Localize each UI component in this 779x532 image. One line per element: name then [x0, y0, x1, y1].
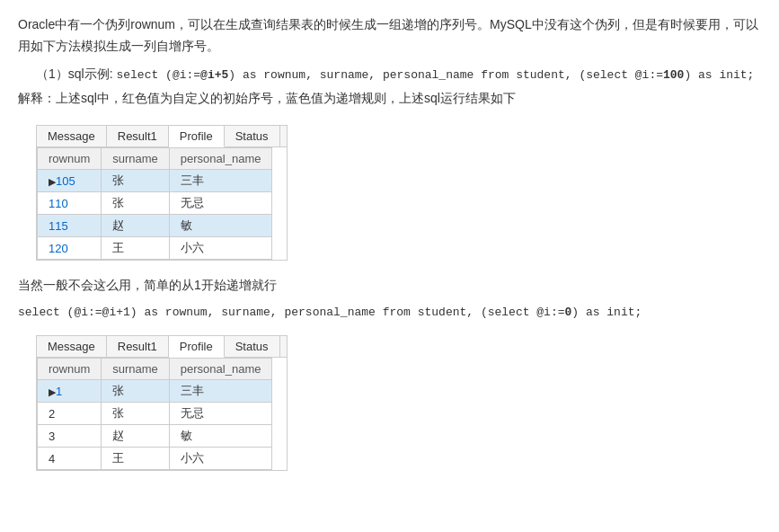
table-row: 4王小六 — [38, 448, 272, 470]
sql1-blue: 100 — [663, 68, 684, 82]
rownum-cell: 120 — [38, 237, 102, 260]
rownum-cell: ▶ 105 — [38, 170, 102, 192]
sql1-after: ) as rownum, surname, personal_name from… — [228, 68, 663, 82]
rownum-cell: 2 — [38, 403, 102, 425]
table-row: 120王小六 — [38, 237, 272, 260]
tab1-profile[interactable]: Profile — [169, 126, 225, 147]
rownum-cell: ▶ 1 — [38, 380, 102, 403]
sql1-red: @i+5 — [200, 68, 228, 82]
surname-cell: 赵 — [102, 215, 170, 237]
personal-name-cell: 敏 — [169, 215, 272, 237]
personal-name-cell: 小六 — [169, 448, 272, 470]
tab-bar-1: Message Result1 Profile Status — [37, 126, 287, 147]
sql1-before: select (@i:= — [116, 68, 200, 82]
sql2-line: select (@i:=@i+1) as rownum, surname, pe… — [18, 306, 761, 319]
rownum-cell: 3 — [38, 425, 102, 448]
row-indicator: ▶ — [49, 386, 56, 398]
personal-name-cell: 三丰 — [169, 170, 272, 192]
tab1-status[interactable]: Status — [225, 126, 280, 146]
table-row: 115赵敏 — [38, 215, 272, 237]
personal-name-cell: 三丰 — [169, 380, 272, 403]
sql1-end: ) as init; — [684, 68, 754, 82]
table1-container: Message Result1 Profile Status rownum su… — [36, 125, 288, 261]
personal-name-cell: 无忌 — [169, 403, 272, 425]
table1-col-personal-name: personal_name — [169, 148, 272, 170]
intro-paragraph: Oracle中有一个伪列rownum，可以在生成查询结果表的时候生成一组递增的序… — [18, 14, 761, 58]
tab2-profile[interactable]: Profile — [169, 336, 225, 358]
table2-header-row: rownum surname personal_name — [38, 359, 272, 380]
sql2-prefix: select (@i:=@i+1) as rownum, surname, pe… — [18, 306, 565, 319]
table-row: 110张无忌 — [38, 192, 272, 215]
result-table-1: rownum surname personal_name ▶ 105张三丰110… — [37, 147, 272, 260]
table2-col-surname: surname — [102, 359, 170, 380]
row-num-value: 1 — [56, 385, 62, 398]
table-row: 2张无忌 — [38, 403, 272, 425]
tab2-result1[interactable]: Result1 — [107, 336, 169, 357]
rownum-cell: 110 — [38, 192, 102, 215]
table1-col-rownum: rownum — [38, 148, 102, 170]
result-table-2: rownum surname personal_name ▶ 1张三丰2张无忌3… — [37, 358, 272, 470]
personal-name-cell: 无忌 — [169, 192, 272, 215]
row-num-value: 105 — [56, 174, 75, 188]
row-num-value: 115 — [49, 219, 68, 233]
table2-col-personal-name: personal_name — [169, 359, 272, 380]
surname-cell: 王 — [102, 448, 170, 470]
rownum-cell: 4 — [38, 448, 102, 470]
simple-text: 当然一般不会这么用，简单的从1开始递增就行 — [18, 278, 277, 292]
surname-cell: 张 — [102, 380, 170, 403]
sql2-end: ) as init; — [571, 306, 642, 319]
row-num-value: 110 — [49, 197, 68, 210]
surname-cell: 张 — [102, 403, 170, 425]
table1-header-row: rownum surname personal_name — [38, 148, 272, 170]
table-row: ▶ 1张三丰 — [38, 380, 272, 403]
table-row: ▶ 105张三丰 — [38, 170, 272, 192]
tab2-status[interactable]: Status — [225, 336, 280, 357]
tab1-result1[interactable]: Result1 — [107, 126, 169, 146]
personal-name-cell: 小六 — [169, 237, 272, 260]
table1-col-surname: surname — [102, 148, 170, 170]
simple-text-paragraph: 当然一般不会这么用，简单的从1开始递增就行 — [18, 275, 761, 297]
rownum-cell: 115 — [38, 215, 102, 237]
surname-cell: 赵 — [102, 425, 170, 448]
personal-name-cell: 敏 — [169, 425, 272, 448]
surname-cell: 张 — [102, 192, 170, 215]
table2-container: Message Result1 Profile Status rownum su… — [36, 335, 288, 471]
tab2-message[interactable]: Message — [37, 336, 107, 357]
tab1-message[interactable]: Message — [37, 126, 107, 146]
table-row: 3赵敏 — [38, 425, 272, 448]
sql1-label: （1）sql示例: — [36, 66, 113, 81]
intro-text: Oracle中有一个伪列rownum，可以在生成查询结果表的时候生成一组递增的序… — [18, 17, 758, 53]
sql1-label-line: （1）sql示例: select (@i:=@i+5) as rownum, s… — [36, 66, 761, 83]
row-num-value: 120 — [49, 242, 68, 255]
row-indicator: ▶ — [49, 176, 56, 188]
explanation-text: 解释：上述sql中，红色值为自定义的初始序号，蓝色值为递增规则，上述sql运行结… — [18, 88, 761, 110]
table2-col-rownum: rownum — [38, 359, 102, 380]
tab-bar-2: Message Result1 Profile Status — [37, 336, 287, 358]
surname-cell: 张 — [102, 170, 170, 192]
surname-cell: 王 — [102, 237, 170, 260]
explanation: 解释：上述sql中，红色值为自定义的初始序号，蓝色值为递增规则，上述sql运行结… — [18, 91, 516, 105]
